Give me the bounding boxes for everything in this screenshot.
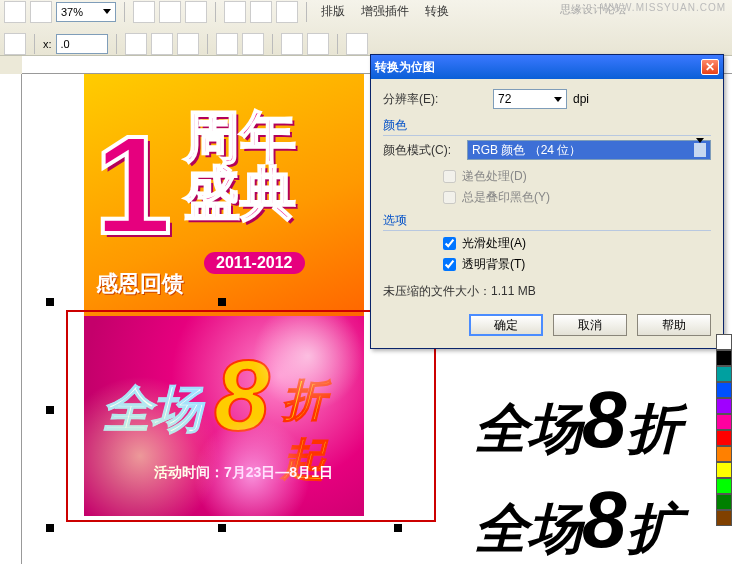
tool-icon-4[interactable] — [159, 1, 181, 23]
selection-handle[interactable] — [46, 406, 54, 414]
text-part: 折 — [627, 398, 681, 458]
zoom-dropdown[interactable]: 37% — [56, 2, 116, 22]
swatch[interactable] — [716, 350, 732, 366]
tool-icon-1[interactable] — [4, 1, 26, 23]
menu-plugin[interactable]: 增强插件 — [355, 1, 415, 22]
tool-row2-1[interactable] — [4, 33, 26, 55]
tool-row2-6[interactable] — [242, 33, 264, 55]
filesize-label: 未压缩的文件大小： — [383, 284, 491, 298]
group-color: 颜色 — [383, 117, 711, 136]
menu-layout[interactable]: 排版 — [315, 1, 351, 22]
resolution-value: 72 — [498, 92, 511, 106]
swatch[interactable] — [716, 510, 732, 526]
filesize-row: 未压缩的文件大小：1.11 MB — [383, 283, 711, 300]
tool-row2-5[interactable] — [216, 33, 238, 55]
chevron-down-icon — [696, 138, 704, 157]
text-part: 全场 — [474, 498, 582, 558]
selection-handle[interactable] — [218, 298, 226, 306]
menu-convert[interactable]: 转换 — [419, 1, 455, 22]
color-mode-value: RGB 颜色 （24 位） — [472, 142, 581, 159]
swatch[interactable] — [716, 334, 732, 350]
swatch[interactable] — [716, 382, 732, 398]
swatch[interactable] — [716, 446, 732, 462]
dither-label: 递色处理(D) — [462, 168, 527, 185]
swatch[interactable] — [716, 366, 732, 382]
swatch[interactable] — [716, 430, 732, 446]
x-field[interactable]: .0 — [56, 34, 108, 54]
dialog-titlebar[interactable]: 转换为位图 ✕ — [371, 55, 723, 79]
swatch[interactable] — [716, 462, 732, 478]
convert-to-bitmap-dialog: 转换为位图 ✕ 分辨率(E): 72 dpi 颜色 颜色模式(C): RGB 颜… — [370, 54, 724, 349]
color-palette — [716, 334, 732, 526]
text-part: 全场 — [474, 398, 582, 458]
selection-handle[interactable] — [218, 524, 226, 532]
tool-icon-5[interactable] — [185, 1, 207, 23]
poster-thanks: 感恩回馈 — [96, 269, 184, 299]
group-options: 选项 — [383, 212, 711, 231]
ruler-vertical — [0, 74, 22, 564]
ok-button[interactable]: 确定 — [469, 314, 543, 336]
poster-top: 1 周年 盛典 2011-2012 感恩回馈 — [84, 74, 364, 316]
tool-row2-7[interactable] — [281, 33, 303, 55]
checkbox-icon — [443, 170, 456, 183]
resolution-unit: dpi — [573, 92, 589, 106]
separator — [34, 34, 35, 54]
canvas-text-1[interactable]: 全场8折 — [474, 374, 681, 466]
tool-row2-9[interactable] — [346, 33, 368, 55]
checkbox-icon[interactable] — [443, 237, 456, 250]
transparent-label: 透明背景(T) — [462, 256, 525, 273]
blackover-label: 总是叠印黑色(Y) — [462, 189, 550, 206]
separator — [207, 34, 208, 54]
help-button[interactable]: 帮助 — [637, 314, 711, 336]
dialog-title: 转换为位图 — [375, 59, 435, 76]
tool-row2-3[interactable] — [151, 33, 173, 55]
separator — [124, 2, 125, 22]
swatch[interactable] — [716, 414, 732, 430]
color-mode-select[interactable]: RGB 颜色 （24 位） — [467, 140, 711, 160]
poster-anniversary: 周年 盛典 — [184, 109, 364, 221]
watermark-site: WWW.MISSYUAN.COM — [601, 2, 726, 13]
antialias-checkbox[interactable]: 光滑处理(A) — [443, 235, 711, 252]
tool-icon-3[interactable] — [133, 1, 155, 23]
chevron-down-icon — [103, 9, 111, 14]
tool-icon-8[interactable] — [276, 1, 298, 23]
resolution-label: 分辨率(E): — [383, 91, 461, 108]
poster-year-range: 2011-2012 — [204, 252, 305, 274]
resolution-input[interactable]: 72 — [493, 89, 567, 109]
dialog-body: 分辨率(E): 72 dpi 颜色 颜色模式(C): RGB 颜色 （24 位）… — [371, 79, 723, 348]
selection-handle[interactable] — [46, 298, 54, 306]
checkbox-icon[interactable] — [443, 258, 456, 271]
tool-icon-7[interactable] — [250, 1, 272, 23]
swatch[interactable] — [716, 478, 732, 494]
tool-row2-4[interactable] — [177, 33, 199, 55]
text-part: 8 — [582, 375, 627, 464]
text-part: 8 — [582, 475, 627, 564]
blackover-checkbox: 总是叠印黑色(Y) — [443, 189, 711, 206]
canvas-text-2[interactable]: 全场8扩 — [474, 474, 681, 564]
separator — [215, 2, 216, 22]
tool-icon-2[interactable] — [30, 1, 52, 23]
separator — [116, 34, 117, 54]
tool-row2-8[interactable] — [307, 33, 329, 55]
filesize-value: 1.11 MB — [491, 284, 536, 298]
chevron-down-icon — [554, 97, 562, 102]
text-part: 扩 — [627, 498, 681, 558]
antialias-label: 光滑处理(A) — [462, 235, 526, 252]
swatch[interactable] — [716, 398, 732, 414]
swatch[interactable] — [716, 494, 732, 510]
close-icon: ✕ — [705, 60, 715, 74]
transparent-checkbox[interactable]: 透明背景(T) — [443, 256, 711, 273]
zoom-value: 37% — [61, 6, 83, 18]
selection-handle[interactable] — [394, 524, 402, 532]
tool-row2-2[interactable] — [125, 33, 147, 55]
tool-icon-6[interactable] — [224, 1, 246, 23]
separator — [306, 2, 307, 22]
dither-checkbox: 递色处理(D) — [443, 168, 711, 185]
color-mode-label: 颜色模式(C): — [383, 142, 461, 159]
cancel-button[interactable]: 取消 — [553, 314, 627, 336]
separator — [272, 34, 273, 54]
close-button[interactable]: ✕ — [701, 59, 719, 75]
checkbox-icon — [443, 191, 456, 204]
selection-handle[interactable] — [46, 524, 54, 532]
separator — [337, 34, 338, 54]
